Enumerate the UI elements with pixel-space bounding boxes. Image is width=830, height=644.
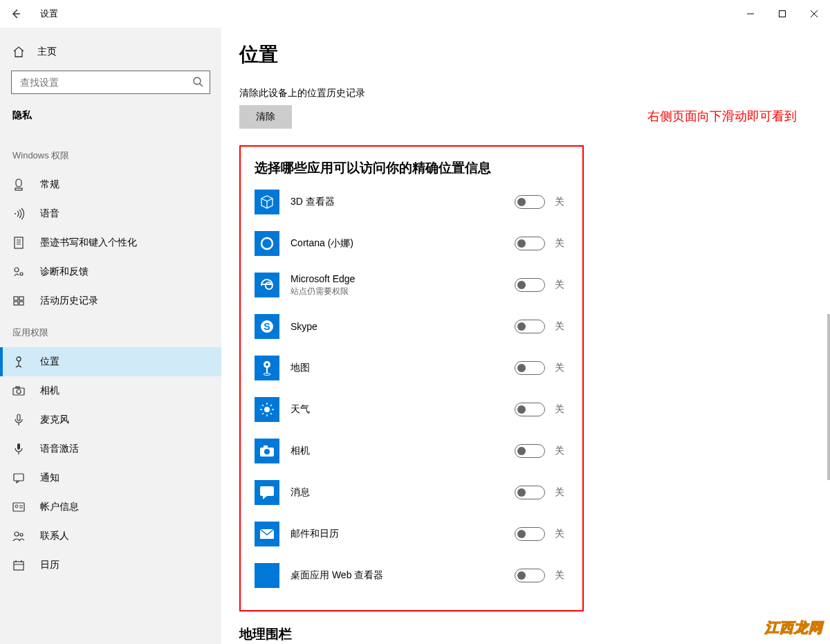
app-row-消息: 消息关 — [255, 480, 569, 505]
scrollbar[interactable] — [827, 314, 830, 480]
svg-rect-18 — [14, 302, 18, 305]
sidebar-item-语音[interactable]: 语音 — [0, 199, 221, 228]
minimize-button[interactable] — [735, 3, 766, 25]
app-icon-skype: S — [255, 314, 279, 339]
toggle-Microsoft Edge[interactable] — [515, 278, 545, 292]
sidebar-item-诊断和反馈[interactable]: 诊断和反馈 — [0, 257, 221, 286]
svg-rect-8 — [15, 188, 22, 190]
svg-point-20 — [17, 357, 21, 361]
svg-rect-58 — [264, 445, 268, 448]
maximize-button[interactable] — [766, 3, 798, 25]
联系人-icon — [12, 530, 25, 542]
toggle-地图[interactable] — [515, 361, 545, 375]
home-icon — [12, 46, 25, 58]
svg-line-55 — [262, 413, 264, 414]
toggle-state-label: 关 — [555, 528, 569, 540]
app-icon-camera — [255, 439, 279, 463]
sidebar-item-墨迹书写和键入个性化[interactable]: 墨迹书写和键入个性化 — [0, 228, 221, 257]
sidebar-item-label: 诊断和反馈 — [40, 266, 89, 278]
svg-text:S: S — [264, 321, 270, 332]
app-icon-blank — [255, 563, 279, 588]
annotation-text: 右侧页面向下滑动即可看到 — [647, 108, 797, 125]
sidebar-item-常规[interactable]: 常规 — [0, 170, 221, 199]
app-sublabel: 站点仍需要权限 — [290, 286, 515, 297]
svg-rect-29 — [14, 474, 24, 481]
sidebar-home[interactable]: 主页 — [0, 40, 221, 71]
main-content: 位置 清除此设备上的位置历史记录 清除 右侧页面向下滑动即可看到 选择哪些应用可… — [221, 28, 830, 644]
sidebar-item-麦克风[interactable]: 麦克风 — [0, 405, 221, 434]
svg-point-47 — [264, 407, 270, 412]
app-icon-mappin — [255, 356, 279, 380]
search-icon — [192, 76, 203, 87]
toggle-state-label: 关 — [555, 362, 569, 374]
svg-rect-24 — [16, 387, 19, 388]
svg-rect-10 — [15, 237, 23, 248]
sidebar-item-label: 位置 — [40, 356, 59, 368]
app-label: 地图 — [290, 362, 515, 374]
常规-icon — [12, 178, 25, 191]
minimize-icon — [746, 10, 755, 18]
svg-point-15 — [20, 273, 23, 275]
sidebar-item-label: 语音 — [40, 208, 59, 220]
svg-point-40 — [261, 238, 273, 249]
toggle-Cortana (小娜)[interactable] — [515, 237, 545, 250]
page-title: 位置 — [239, 42, 802, 68]
toggle-Skype[interactable] — [515, 320, 545, 333]
墨迹书写和键入个性化-icon — [12, 237, 25, 249]
sidebar-section-privacy: 隐私 — [0, 107, 221, 138]
app-icon-cortana — [255, 231, 279, 256]
svg-point-14 — [15, 268, 19, 272]
app-row-Skype: SSkype关 — [255, 314, 569, 339]
sidebar-item-活动历史记录[interactable]: 活动历史记录 — [0, 286, 221, 315]
back-arrow-icon — [10, 8, 21, 19]
svg-rect-16 — [14, 297, 18, 300]
svg-rect-2 — [780, 11, 786, 17]
svg-point-57 — [264, 449, 270, 454]
sidebar-item-日历[interactable]: 日历 — [0, 551, 221, 580]
app-icon-cube — [255, 190, 279, 214]
watermark: 江西龙网 — [765, 618, 823, 637]
svg-line-54 — [270, 405, 272, 406]
sidebar-item-语音激活[interactable]: 语音激活 — [0, 434, 221, 463]
app-label: Microsoft Edge站点仍需要权限 — [290, 273, 515, 297]
toggle-天气[interactable] — [515, 403, 545, 416]
toggle-相机[interactable] — [515, 444, 545, 458]
sidebar-item-联系人[interactable]: 联系人 — [0, 522, 221, 551]
sidebar-item-label: 墨迹书写和键入个性化 — [40, 237, 137, 249]
svg-point-5 — [194, 77, 201, 84]
svg-rect-45 — [266, 367, 268, 373]
诊断和反馈-icon — [12, 266, 25, 278]
app-row-Cortana (小娜): Cortana (小娜)关 — [255, 231, 569, 256]
sidebar-item-位置[interactable]: 位置 — [0, 347, 221, 376]
apps-permission-box: 选择哪些应用可以访问你的精确位置信息 3D 查看器关Cortana (小娜)关M… — [239, 145, 584, 611]
app-row-天气: 天气关 — [255, 397, 569, 422]
svg-point-23 — [17, 389, 21, 394]
toggle-state-label: 关 — [555, 569, 569, 582]
svg-line-6 — [200, 84, 203, 86]
svg-rect-30 — [13, 503, 24, 511]
sidebar-item-帐户信息[interactable]: 帐户信息 — [0, 493, 221, 522]
sidebar-home-label: 主页 — [37, 46, 57, 58]
toggle-邮件和日历[interactable] — [515, 527, 545, 541]
clear-button[interactable]: 清除 — [239, 105, 292, 129]
back-button[interactable] — [6, 3, 26, 24]
svg-point-9 — [15, 213, 16, 214]
toggle-消息[interactable] — [515, 486, 545, 499]
sidebar-item-label: 活动历史记录 — [40, 295, 98, 307]
search-input[interactable] — [11, 71, 210, 94]
麦克风-icon — [12, 414, 25, 426]
close-button[interactable] — [798, 3, 830, 25]
app-icon-edge — [255, 273, 279, 297]
sidebar-item-label: 日历 — [40, 559, 59, 571]
sidebar-item-相机[interactable]: 相机 — [0, 376, 221, 405]
app-label: 相机 — [290, 445, 515, 457]
toggle-桌面应用 Web 查看器[interactable] — [515, 569, 545, 582]
toggle-3D 查看器[interactable] — [515, 195, 545, 209]
app-row-邮件和日历: 邮件和日历关 — [255, 522, 569, 546]
app-icon-sun — [255, 397, 279, 422]
toggle-state-label: 关 — [555, 237, 569, 250]
svg-rect-36 — [14, 562, 24, 570]
sidebar-item-通知[interactable]: 通知 — [0, 463, 221, 493]
svg-point-35 — [20, 533, 23, 536]
svg-point-44 — [266, 363, 268, 366]
